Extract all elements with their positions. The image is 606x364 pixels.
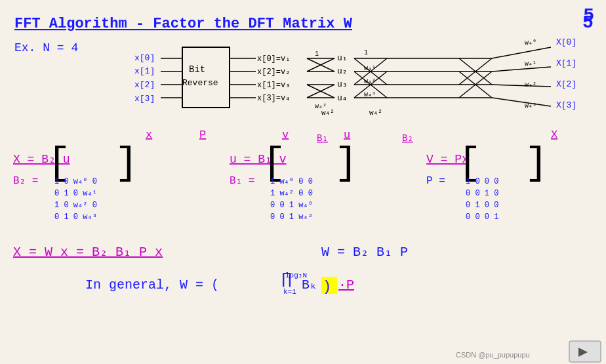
p-r2: 0 0 1 0	[466, 189, 498, 198]
w4-3-b2: w₄³	[364, 91, 376, 98]
u2-label: u₂	[337, 66, 348, 76]
b2-r3: 1 0 w₄² 0	[54, 201, 97, 210]
input-x3: x[3]	[134, 94, 155, 104]
input-x1: x[1]	[134, 66, 155, 76]
v2-label: x[2]=v₂	[257, 68, 290, 77]
svg-line-41	[492, 67, 551, 71]
reverse-text: Reverse	[182, 78, 218, 88]
p-r4: 0 0 0 1	[466, 212, 498, 222]
w4-0-b2: 1	[364, 49, 368, 56]
w4-1-b2: w₄¹	[364, 65, 376, 72]
v3-label: x[1]=v₃	[257, 81, 290, 90]
svg-line-43	[492, 98, 551, 106]
k1-label: k=1	[283, 288, 296, 296]
b1-r4: 0 0 1 w₄²	[270, 212, 313, 222]
diag-label-X: X	[551, 129, 557, 141]
b2-r1: 1 0 w₄⁰ 0	[54, 177, 97, 186]
bottom-eq3-label: In general, W = (	[85, 277, 219, 293]
v4-label: x[3]=v₄	[257, 94, 290, 103]
v1-label: x[0]=v₁	[257, 54, 290, 64]
b2-right-bracket: ]	[115, 141, 138, 186]
b2-r2: 0 1 0 w₄¹	[54, 189, 97, 198]
p-right-bracket: ]	[525, 141, 548, 186]
page-number: 5	[582, 12, 594, 33]
input-x0: x[0]	[134, 53, 155, 63]
watermark-text: CSDN @pu_pupupupu	[456, 351, 530, 359]
w4-bottom-center: w₄²	[369, 109, 382, 117]
p-matrix-label: P =	[426, 175, 445, 187]
u4-label: u₄	[337, 93, 348, 103]
w4-out-2: w₄²	[525, 81, 536, 89]
b1-r3: 0 0 1 w₄⁰	[270, 201, 313, 210]
example-label: Ex. N = 4	[14, 41, 78, 54]
svg-line-40	[492, 47, 551, 58]
b2-r4: 0 1 0 w₄³	[54, 212, 97, 222]
out-X2: X[2]	[556, 79, 576, 89]
w4-out-1: w₄¹	[525, 60, 536, 68]
bit-text: Bit	[189, 64, 205, 75]
bit-reverse-box	[182, 47, 230, 108]
w4-2-b2: w₄²	[364, 78, 376, 85]
diag-label-b1: B₁	[317, 133, 328, 144]
diag-label-u: u	[344, 129, 350, 141]
b1-r1: 1 w₄⁰ 0 0	[270, 177, 313, 186]
bottom-eq1: X = W x = B₂ B₁ P x	[13, 245, 163, 260]
diag-label-p: P	[199, 129, 206, 141]
out-X3: X[3]	[556, 100, 576, 110]
u1-label: u₁	[337, 53, 348, 63]
out-X0: X[0]	[556, 37, 576, 47]
dot-p: ·P	[338, 277, 354, 293]
b1-r2: 1 w₄² 0 0	[270, 189, 313, 198]
diag-label-x: x	[146, 129, 152, 141]
b1-right-bracket: ]	[334, 141, 358, 186]
input-x2: x[2]	[134, 80, 155, 90]
out-X1: X[1]	[556, 58, 576, 68]
bottom-eq2: W = B₂ B₁ P	[321, 245, 408, 260]
main-container: 5 FFT Algorithm - Factor the DFT Matrix …	[0, 0, 606, 364]
diag-label-b2: B₂	[402, 133, 413, 144]
bk-label: Bₖ	[302, 277, 317, 293]
w4-out-0: w₄⁰	[525, 39, 536, 47]
diag-label-v: v	[282, 129, 289, 141]
svg-line-42	[492, 85, 551, 87]
w4-0-b1: 1	[315, 51, 319, 58]
p-r3: 0 1 0 0	[466, 201, 498, 210]
p-r1: 1 0 0 0	[466, 177, 498, 186]
title: FFT Algorithm - Factor the DFT Matrix W	[14, 16, 353, 32]
w4-center: w₄²	[321, 109, 334, 117]
b1-matrix-label: B₁ =	[230, 175, 254, 187]
close-paren: )	[323, 279, 331, 295]
b2-matrix-label: B₂ =	[13, 175, 38, 187]
u3-label: u₃	[337, 79, 348, 89]
